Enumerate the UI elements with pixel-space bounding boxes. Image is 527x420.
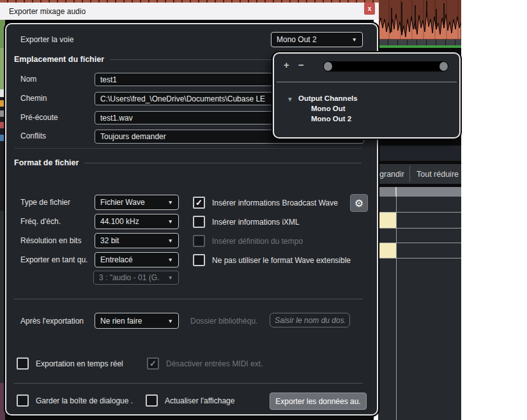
channel-select-value: 3 : "audio - 01 (G. — [99, 273, 159, 282]
close-icon: x — [368, 5, 372, 12]
sliver-gray — [0, 110, 5, 117]
wave-extensible-checkbox[interactable] — [193, 254, 205, 266]
audio-waveform-display — [379, 0, 461, 54]
file-format-section-title: Format de fichier — [14, 158, 362, 167]
name-value: test1 — [100, 75, 117, 84]
conflicts-value: Toujours demander — [100, 132, 166, 141]
export-channel-value: Mono Out 2 — [277, 35, 317, 44]
collapse-tree-button[interactable]: − — [298, 59, 304, 70]
sample-rate-dropdown[interactable]: 44.100 kHz ▼ — [95, 214, 179, 229]
section-title-text: Format de fichier — [14, 158, 79, 167]
expand-all-button[interactable]: grandir — [377, 164, 407, 184]
table-row-line — [378, 212, 461, 213]
section-rule — [84, 163, 362, 163]
expand-tree-button[interactable]: + — [284, 59, 289, 70]
section-title-text: Emplacement du fichier — [14, 55, 104, 64]
name-label: Nom — [20, 75, 36, 84]
channel-selector-popup: + − ▼ Output Channels Mono Out Mono Out … — [273, 52, 461, 139]
bit-depth-dropdown[interactable]: 32 bit ▼ — [95, 233, 179, 248]
tree-root-output-channels[interactable]: Output Channels — [298, 94, 358, 102]
tempo-definition-label: Insérer définition du tempo — [212, 237, 303, 246]
chevron-down-icon: ▼ — [168, 218, 173, 225]
keep-dialog-checkbox[interactable] — [17, 394, 29, 407]
tempo-definition-checkbox-disabled — [193, 235, 205, 247]
waveform-svg — [379, 0, 461, 40]
dialog-titlebar[interactable]: Exporter mixage audio — [0, 3, 379, 20]
background-table-header — [378, 187, 461, 197]
sliver-green — [0, 20, 5, 48]
sample-rate-label: Fréq. d'éch. — [20, 217, 61, 226]
chevron-down-icon: ▼ — [352, 36, 357, 43]
bit-depth-value: 32 bit — [100, 236, 119, 245]
tree-item-mono-out-2[interactable]: Mono Out 2 — [311, 115, 351, 123]
table-row-line — [378, 243, 461, 243]
background-toolbar: grandir Tout réduire — [377, 164, 461, 184]
export-as-dropdown[interactable]: Entrelacé ▼ — [95, 252, 179, 267]
waveform-ruler — [379, 40, 461, 45]
broadcast-wave-checkbox[interactable]: ✓ — [193, 197, 205, 209]
preview-label: Pré-écoute — [20, 113, 58, 122]
check-icon: ✓ — [149, 359, 157, 368]
after-export-dropdown[interactable]: Ne rien faire ▼ — [95, 313, 179, 329]
chevron-down-icon: ▼ — [168, 199, 173, 206]
broadcast-wave-settings-button[interactable]: ⚙ — [350, 194, 368, 212]
deactivate-midi-label: Désactiver entrées MIDI ext. — [166, 359, 263, 368]
pool-folder-label: Dossier bibliothèqu. — [190, 317, 257, 326]
sliver-white — [0, 89, 5, 97]
file-type-value: Fichier Wave — [100, 198, 145, 207]
update-display-label: Actualiser l'affichage — [165, 396, 234, 405]
ixml-checkbox[interactable] — [193, 216, 205, 228]
background-panel-row — [377, 146, 461, 161]
section-divider — [14, 299, 363, 299]
table-cell-yellow — [378, 213, 396, 228]
tree-collapse-icon[interactable]: ▼ — [287, 96, 293, 103]
dialog-title: Exporter mixage audio — [9, 7, 86, 16]
background-left-sliver — [0, 20, 5, 420]
path-value: C:\Users\fred_\OneDrive\Documents\Cubase… — [100, 94, 265, 103]
gear-icon: ⚙ — [355, 197, 363, 209]
table-row-line — [378, 228, 461, 229]
collapse-all-button[interactable]: Tout réduire — [412, 164, 461, 184]
check-icon: ✓ — [195, 198, 202, 207]
close-button[interactable]: x — [364, 3, 375, 15]
chevron-down-icon: ▼ — [168, 318, 173, 324]
export-channel-dropdown[interactable]: Mono Out 2 ▼ — [271, 32, 363, 47]
pool-folder-input[interactable] — [270, 313, 350, 327]
popup-divider — [277, 82, 457, 82]
sample-rate-value: 44.100 kHz — [100, 217, 139, 226]
realtime-export-label: Exportation en temps réel — [36, 359, 123, 368]
section-divider — [14, 148, 362, 149]
table-column-line — [396, 197, 397, 420]
export-as-label: Exporter en tant qu. — [20, 255, 88, 264]
channel-select-dropdown-disabled: 3 : "audio - 01 (G. ▼ — [93, 271, 179, 285]
export-channel-label: Exporter la voie — [20, 35, 73, 44]
file-type-dropdown[interactable]: Fichier Wave ▼ — [95, 195, 179, 210]
path-label: Chemin — [20, 94, 47, 103]
bit-depth-label: Résolution en bits — [20, 236, 81, 245]
broadcast-wave-label: Insérer informations Broadcast Wave — [212, 199, 338, 207]
sliver-orange — [0, 100, 5, 107]
sliver-blue — [0, 135, 5, 141]
after-export-label: Après l'exportation — [20, 317, 84, 326]
keep-dialog-label: Garder la boîte de dialogue . — [36, 396, 133, 405]
footer-divider — [14, 383, 363, 384]
export-as-value: Entrelacé — [100, 255, 133, 264]
update-display-checkbox[interactable] — [146, 394, 158, 407]
scrollbar-left-cap — [324, 62, 332, 71]
realtime-export-checkbox[interactable] — [17, 357, 29, 370]
preview-value: test1.wav — [100, 114, 133, 123]
export-button-label: Exporter les données au. — [275, 397, 360, 406]
conflicts-label: Conflits — [20, 131, 46, 140]
sliver-red — [0, 122, 5, 128]
sliver-lightgreen — [0, 48, 5, 89]
tree-item-mono-out[interactable]: Mono Out — [311, 105, 346, 112]
chevron-down-icon: ▼ — [168, 257, 173, 263]
background-table — [378, 197, 461, 420]
sliver-darkgray — [0, 211, 5, 383]
export-audio-button[interactable]: Exporter les données au. — [270, 393, 367, 410]
popup-scrollbar[interactable] — [323, 61, 448, 71]
chevron-down-icon: ▼ — [168, 274, 173, 281]
ixml-label: Insérer informations iXML — [212, 218, 300, 227]
file-type-label: Type de fichier — [20, 198, 70, 207]
after-export-value: Ne rien faire — [100, 317, 142, 326]
